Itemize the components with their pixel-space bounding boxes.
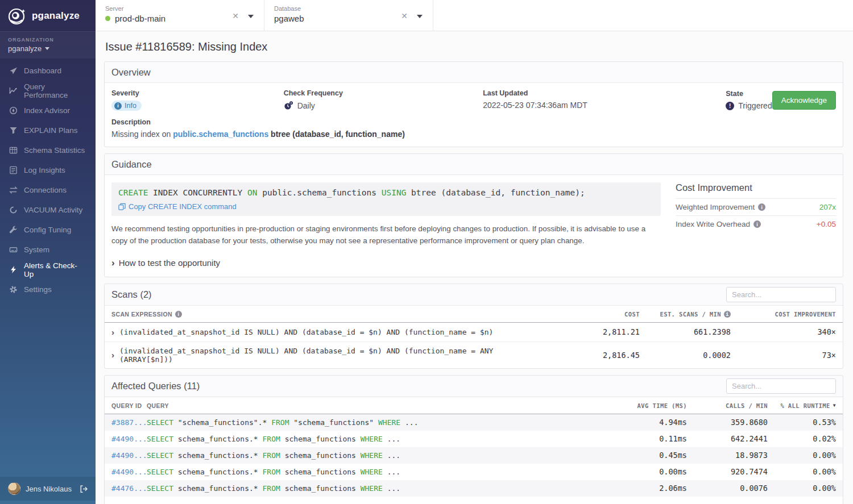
- scan-expression: (invalidated_at_snapshot_id IS NULL) AND…: [119, 347, 549, 364]
- brand-logo[interactable]: pganalyze: [0, 0, 96, 31]
- sidebar-item-query-performance[interactable]: Query Performance: [0, 81, 96, 101]
- database-selector[interactable]: Database pgaweb ✕: [264, 0, 433, 31]
- org-name: pganalyze: [8, 44, 42, 53]
- query-row[interactable]: #4476...SELECT schema_functions.* FROM s…: [105, 480, 843, 497]
- query-row[interactable]: #4490...SELECT schema_functions.* FROM s…: [105, 431, 843, 447]
- scan-row[interactable]: ›(invalidated_at_snapshot_id IS NULL) AN…: [105, 342, 843, 368]
- sidebar-item-label: Dashboard: [24, 66, 61, 75]
- severity-label: Severity: [111, 89, 278, 97]
- query-calls-per-min: 0.0076: [687, 484, 768, 493]
- sidebar-item-vacuum-activity[interactable]: VACUUM Activity: [0, 200, 96, 220]
- sidebar-item-log-insights[interactable]: Log Insights: [0, 160, 96, 180]
- chevron-right-icon[interactable]: ›: [111, 327, 114, 337]
- user-name: Jens Nikolaus: [26, 485, 74, 493]
- sidebar-item-config-tuning[interactable]: Config Tuning: [0, 220, 96, 240]
- query-row[interactable]: #4490...SELECT schema_functions.* FROM s…: [105, 447, 843, 464]
- scan-cost: 2,816.45: [549, 351, 640, 360]
- query-id-link[interactable]: #4490...: [111, 468, 147, 476]
- sidebar-item-connections[interactable]: Connections: [0, 180, 96, 200]
- scans-table-body: ›(invalidated_at_snapshot_id IS NULL) AN…: [105, 323, 843, 368]
- sidebar-item-alerts-check-up[interactable]: Alerts & Check-Up: [0, 260, 96, 280]
- chart-icon: [9, 86, 18, 95]
- query-id-link[interactable]: #4476...: [111, 484, 147, 493]
- recommendation-text: We recommend testing opportunities in pr…: [111, 223, 661, 247]
- query-calls-per-min: 642.2441: [687, 434, 768, 443]
- pagination-prev-icon[interactable]: ‹: [819, 502, 823, 504]
- sidebar-item-system[interactable]: System: [0, 240, 96, 260]
- funnel-icon: [9, 126, 18, 135]
- query-row[interactable]: #4490...SELECT schema_functions.* FROM s…: [105, 464, 843, 480]
- clear-database-icon[interactable]: ✕: [401, 12, 408, 20]
- query-text: SELECT schema_functions.* FROM schema_fu…: [147, 451, 602, 460]
- query-calls-per-min: 18.9873: [687, 451, 768, 460]
- query-avg-time: 0.11ms: [602, 434, 687, 443]
- scans-header: Scans (2): [105, 284, 843, 306]
- user-menu[interactable]: Jens Nikolaus: [0, 477, 96, 501]
- exclamation-icon: !: [726, 102, 734, 110]
- affected-queries-panel: Affected Queries (11) QUERY ID QUERY AVG…: [104, 375, 843, 504]
- overview-panel: Overview Severity i Info: [104, 61, 843, 147]
- sidebar-item-label: Settings: [24, 285, 52, 294]
- how-to-test-toggle[interactable]: › How to test the opportunity: [111, 258, 661, 268]
- scan-row[interactable]: ›(invalidated_at_snapshot_id IS NULL) AN…: [105, 323, 843, 342]
- query-pct-runtime: 0.00%: [768, 451, 836, 460]
- query-id-link[interactable]: #4490...: [111, 435, 147, 443]
- sidebar-item-explain-plans[interactable]: EXPLAIN Plans: [0, 120, 96, 140]
- schedule-icon: [284, 101, 293, 110]
- sidebar-item-settings[interactable]: Settings: [0, 280, 96, 299]
- database-caret-icon[interactable]: [417, 15, 423, 18]
- server-status-dot: [105, 16, 110, 21]
- main-area: Server prod-db-main ✕ Database pgaweb ✕ …: [96, 0, 853, 504]
- sort-column-runtime[interactable]: % ALL RUNTIME ▼: [768, 402, 836, 409]
- server-selector[interactable]: Server prod-db-main ✕: [96, 0, 264, 31]
- scan-cost-improvement: 340×: [731, 327, 836, 336]
- sidebar-item-schema-statistics[interactable]: Schema Statistics: [0, 140, 96, 160]
- server-icon: [9, 245, 18, 254]
- info-icon[interactable]: i: [753, 220, 761, 228]
- query-pct-runtime: 0.02%: [768, 434, 836, 443]
- chevron-right-icon[interactable]: ›: [111, 350, 114, 360]
- info-icon[interactable]: i: [758, 203, 765, 211]
- logout-icon[interactable]: [79, 485, 88, 493]
- weighted-improvement-row: Weighted Improvement i 207x: [676, 198, 836, 215]
- org-switcher[interactable]: ORGANIZATION pganalyze: [0, 31, 96, 59]
- last-updated-label: Last Updated: [483, 89, 720, 97]
- server-value: prod-db-main: [115, 14, 165, 23]
- query-id-link[interactable]: #3887...: [111, 418, 147, 427]
- create-index-code-block: CREATE INDEX CONCURRENTLY ON public.sche…: [111, 182, 661, 216]
- affected-queries-header: Affected Queries (11): [105, 376, 843, 397]
- bolt-icon: [9, 265, 18, 274]
- overview-title: Overview: [111, 67, 151, 78]
- sidebar-item-index-advisor[interactable]: Index Advisor: [0, 101, 96, 120]
- scan-est-per-min: 0.0002: [640, 351, 731, 360]
- description-text: Missing index on public.schema_functions…: [111, 130, 836, 139]
- query-id-link[interactable]: #4490...: [111, 451, 147, 460]
- table-link[interactable]: public.schema_functions: [173, 130, 268, 139]
- info-icon[interactable]: i: [724, 311, 731, 318]
- description-label: Description: [111, 118, 836, 126]
- weighted-improvement-value: 207x: [819, 203, 836, 211]
- query-pct-runtime: 0.00%: [768, 467, 836, 476]
- sidebar-item-dashboard[interactable]: Dashboard: [0, 61, 96, 81]
- sort-desc-icon: ▼: [833, 403, 836, 408]
- query-text: SELECT schema_functions.* FROM schema_fu…: [147, 435, 602, 443]
- queries-search-input[interactable]: [726, 378, 836, 394]
- scans-panel: Scans (2) SCAN EXPRESSION i COST EST. SC…: [104, 284, 843, 369]
- sidebar-item-label: System: [24, 245, 49, 254]
- info-icon[interactable]: i: [175, 311, 182, 318]
- scans-search-input[interactable]: [726, 287, 836, 302]
- check-frequency-label: Check Frequency: [284, 89, 477, 97]
- topbar: Server prod-db-main ✕ Database pgaweb ✕: [96, 0, 853, 31]
- query-avg-time: 4.94ms: [602, 418, 687, 427]
- overview-header: Overview: [105, 62, 843, 83]
- pagination-next-icon[interactable]: ›: [831, 502, 835, 504]
- query-row[interactable]: #3887...SELECT "schema_functions".* FROM…: [105, 414, 843, 431]
- query-avg-time: 0.00ms: [602, 467, 687, 476]
- acknowledge-button[interactable]: Acknowledge: [772, 91, 836, 110]
- copy-create-index-button[interactable]: Copy CREATE INDEX command: [118, 202, 654, 211]
- server-caret-icon[interactable]: [248, 15, 254, 18]
- caret-down-icon: [45, 47, 49, 50]
- gear-icon: [9, 285, 18, 294]
- clear-server-icon[interactable]: ✕: [232, 12, 239, 20]
- pganalyze-logo-icon: [7, 6, 27, 26]
